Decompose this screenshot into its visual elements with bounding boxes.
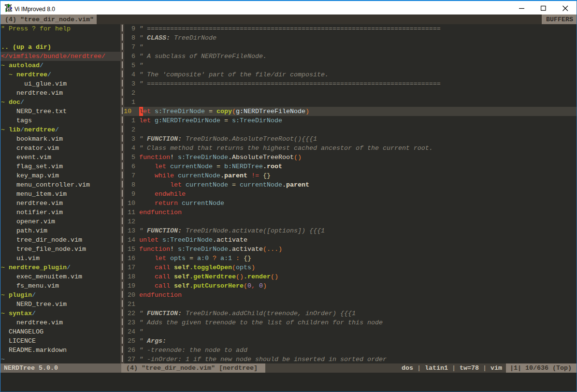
svg-text:im: im	[8, 8, 12, 12]
